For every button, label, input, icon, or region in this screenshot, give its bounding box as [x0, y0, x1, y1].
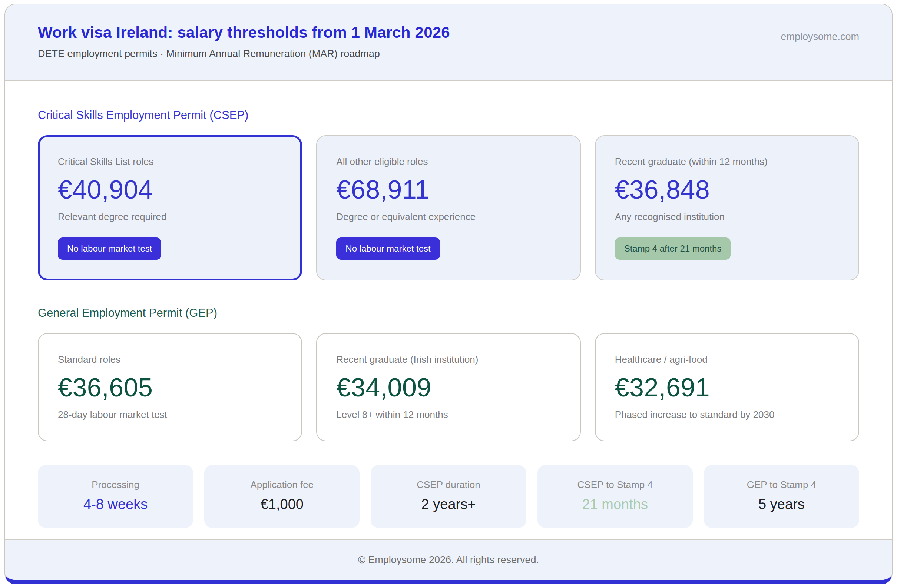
- stat-label: Application fee: [208, 479, 356, 490]
- card-all-other-eligible-roles: All other eligible roles €68,911 Degree …: [316, 135, 580, 281]
- no-labour-market-test-badge: No labour market test: [336, 237, 439, 260]
- card-label: All other eligible roles: [336, 156, 560, 168]
- footer: © Employsome 2026. All rights reserved.: [5, 539, 892, 580]
- stat-value: 4-8 weeks: [41, 496, 190, 512]
- gep-cards-row: Standard roles €36,605 28-day labour mar…: [38, 333, 859, 441]
- stat-value: 21 months: [541, 496, 689, 512]
- gep-section-heading: General Employment Permit (GEP): [38, 306, 859, 320]
- card-critical-skills-list-roles: Critical Skills List roles €40,904 Relev…: [38, 135, 302, 281]
- stat-value: 2 years+: [374, 496, 522, 512]
- card-recent-graduate-gep: Recent graduate (Irish institution) €34,…: [316, 333, 580, 441]
- card-label: Recent graduate (within 12 months): [615, 156, 839, 168]
- stat-label: Processing: [41, 479, 190, 490]
- stat-application-fee: Application fee €1,000: [204, 465, 360, 528]
- card-sub-label: Level 8+ within 12 months: [336, 409, 560, 420]
- card-sub-label: Any recognised institution: [615, 211, 839, 223]
- card-amount: €36,605: [58, 373, 282, 402]
- section-csep: Critical Skills Employment Permit (CSEP)…: [38, 108, 859, 281]
- page-container: Work visa Ireland: salary thresholds fro…: [5, 4, 892, 584]
- stamp4-badge: Stamp 4 after 21 months: [615, 237, 731, 260]
- copyright-text: © Employsome 2026. All rights reserved.: [358, 554, 539, 565]
- section-gep: General Employment Permit (GEP) Standard…: [38, 306, 859, 441]
- stat-label: CSEP to Stamp 4: [541, 479, 689, 490]
- card-sub-label: Relevant degree required: [58, 211, 282, 223]
- card-sub-label: Degree or equivalent experience: [336, 211, 560, 223]
- stat-csep-duration: CSEP duration 2 years+: [370, 465, 526, 528]
- stat-gep-to-stamp4: GEP to Stamp 4 5 years: [704, 465, 859, 528]
- card-sub-label: Phased increase to standard by 2030: [615, 409, 839, 420]
- stats-row: Processing 4-8 weeks Application fee €1,…: [38, 465, 859, 528]
- csep-cards-row: Critical Skills List roles €40,904 Relev…: [38, 135, 859, 281]
- card-recent-graduate-csep: Recent graduate (within 12 months) €36,8…: [595, 135, 859, 281]
- card-amount: €68,911: [336, 175, 560, 205]
- card-label: Critical Skills List roles: [58, 156, 282, 168]
- card-label: Healthcare / agri-food: [615, 354, 839, 365]
- stat-processing: Processing 4-8 weeks: [38, 465, 193, 528]
- card-label: Standard roles: [58, 354, 282, 365]
- header-text-block: Work visa Ireland: salary thresholds fro…: [38, 24, 450, 60]
- main-content: Critical Skills Employment Permit (CSEP)…: [5, 81, 892, 539]
- card-amount: €32,691: [615, 373, 839, 402]
- stat-value: €1,000: [208, 496, 356, 512]
- stat-label: CSEP duration: [374, 479, 522, 490]
- page-title: Work visa Ireland: salary thresholds fro…: [38, 24, 450, 41]
- card-amount: €34,009: [336, 373, 560, 402]
- card-sub-label: 28-day labour market test: [58, 409, 282, 420]
- card-amount: €40,904: [58, 175, 282, 205]
- site-label[interactable]: employsome.com: [781, 31, 859, 43]
- card-standard-roles: Standard roles €36,605 28-day labour mar…: [38, 333, 302, 441]
- stat-label: GEP to Stamp 4: [707, 479, 856, 490]
- card-healthcare-agrifood: Healthcare / agri-food €32,691 Phased in…: [595, 333, 859, 441]
- no-labour-market-test-badge: No labour market test: [58, 237, 161, 260]
- card-label: Recent graduate (Irish institution): [336, 354, 560, 365]
- page-subtitle: DETE employment permits · Minimum Annual…: [38, 48, 450, 60]
- stat-value: 5 years: [707, 496, 856, 512]
- header: Work visa Ireland: salary thresholds fro…: [5, 5, 892, 81]
- csep-section-heading: Critical Skills Employment Permit (CSEP): [38, 108, 859, 122]
- stat-csep-to-stamp4: CSEP to Stamp 4 21 months: [537, 465, 693, 528]
- card-amount: €36,848: [615, 175, 839, 205]
